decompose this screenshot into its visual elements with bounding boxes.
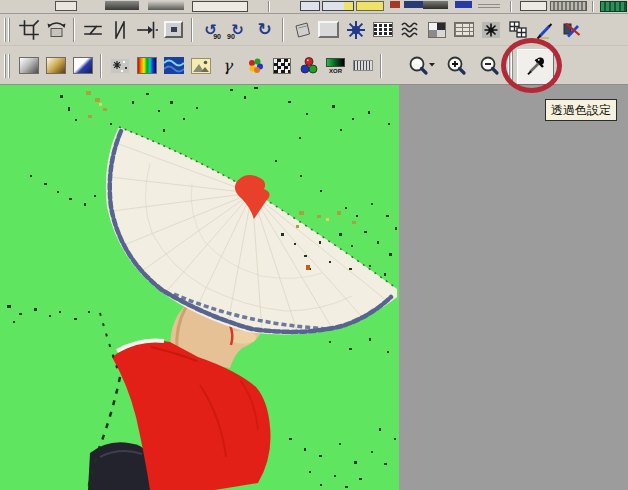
clipped-toolbar-button[interactable] (105, 1, 139, 10)
clipped-toolbar-button[interactable] (322, 1, 354, 11)
xor-label: XOR (329, 68, 342, 74)
clipped-toolbar-button[interactable] (192, 1, 248, 12)
rotate-90-cw-icon[interactable]: ↻ 90 (225, 17, 250, 42)
spray-star-icon[interactable] (478, 17, 503, 42)
gradient-gray-icon[interactable] (16, 53, 41, 78)
toolbar-grip[interactable] (4, 54, 12, 78)
eyedropper-transparent-color-button[interactable] (517, 49, 554, 85)
clipped-toolbar-button[interactable] (455, 1, 472, 8)
halftone-icon[interactable] (350, 53, 375, 78)
toolbar-grip[interactable] (4, 18, 12, 42)
button-frame-icon[interactable] (161, 17, 186, 42)
color-dots-icon[interactable] (242, 53, 267, 78)
workspace-empty-area (399, 85, 628, 490)
rotate-cw-label: 90 (227, 33, 235, 40)
toolbar-separator (380, 54, 382, 78)
rgb-balls-icon[interactable] (296, 53, 321, 78)
xor-blend-icon[interactable]: XOR (323, 53, 348, 78)
gradient-blue-icon[interactable] (70, 53, 95, 78)
toolbar-separator (100, 54, 102, 78)
tooltip: 透過色設定 (545, 99, 617, 121)
sunburst-icon[interactable] (343, 17, 368, 42)
skew-vertical-icon[interactable] (107, 17, 132, 42)
rotate-180-icon[interactable]: ↻ (252, 17, 277, 42)
tile-windows-icon[interactable] (505, 17, 530, 42)
skew-horizontal-icon[interactable] (80, 17, 105, 42)
emboss-icon[interactable] (316, 17, 341, 42)
toolbar-row-transform: ↺ 90 ↻ 90 ↻ (0, 14, 628, 46)
toolbar-grip[interactable] (508, 51, 514, 81)
resize-width-icon[interactable] (134, 17, 159, 42)
zoom-in-icon[interactable] (441, 53, 472, 78)
eyedropper-icon (523, 54, 549, 80)
rotate-90-ccw-icon[interactable]: ↺ 90 (198, 17, 223, 42)
rotate-ccw-label: 90 (213, 33, 221, 40)
zoom-out-icon[interactable] (474, 53, 505, 78)
rotate-canvas-icon[interactable] (43, 17, 68, 42)
waves-icon[interactable] (397, 17, 422, 42)
clipped-toolbar-button[interactable] (55, 1, 77, 11)
clipped-toolbar-button[interactable] (550, 1, 587, 11)
image-canvas[interactable] (0, 85, 399, 490)
mosaic-icon[interactable] (424, 17, 449, 42)
water-wave-icon[interactable] (161, 53, 186, 78)
crop-icon[interactable] (16, 17, 41, 42)
clipped-toolbar-button[interactable] (520, 1, 547, 11)
clipped-toolbar-button[interactable] (423, 1, 448, 9)
checkerboard-icon[interactable] (269, 53, 294, 78)
clipped-toolbar-row (0, 0, 628, 14)
rainbow-gradient-icon[interactable] (134, 53, 159, 78)
gradient-gold-icon[interactable] (43, 53, 68, 78)
tilt-image-icon[interactable] (289, 17, 314, 42)
pen-erase-icon[interactable] (559, 17, 584, 42)
clipped-toolbar-button[interactable] (600, 1, 627, 12)
pen-icon[interactable] (532, 17, 557, 42)
toolbar-separator (592, 1, 594, 12)
brick-wall-icon[interactable] (451, 17, 476, 42)
toolbar-separator (191, 18, 193, 42)
toolbar-separator (73, 18, 75, 42)
paint-app-window: ↺ 90 ↻ 90 ↻ (0, 0, 628, 490)
clipped-toolbar-button[interactable] (404, 1, 424, 8)
clipped-toolbar-button[interactable] (356, 1, 384, 11)
toolbar-separator (510, 1, 512, 12)
brick-pattern-icon[interactable] (370, 17, 395, 42)
noise-sparkle-icon[interactable] (107, 53, 132, 78)
clipped-toolbar-button[interactable] (148, 1, 184, 10)
photo-icon[interactable] (188, 53, 213, 78)
gamma-icon[interactable]: γ (215, 53, 240, 78)
clipped-toolbar-button[interactable] (478, 3, 500, 8)
toolbar-separator (268, 1, 270, 12)
toolbar-separator (282, 18, 284, 42)
clipped-toolbar-button[interactable] (300, 1, 320, 11)
zoom-tool-icon[interactable] (405, 53, 439, 78)
clipped-toolbar-button[interactable] (390, 1, 400, 8)
